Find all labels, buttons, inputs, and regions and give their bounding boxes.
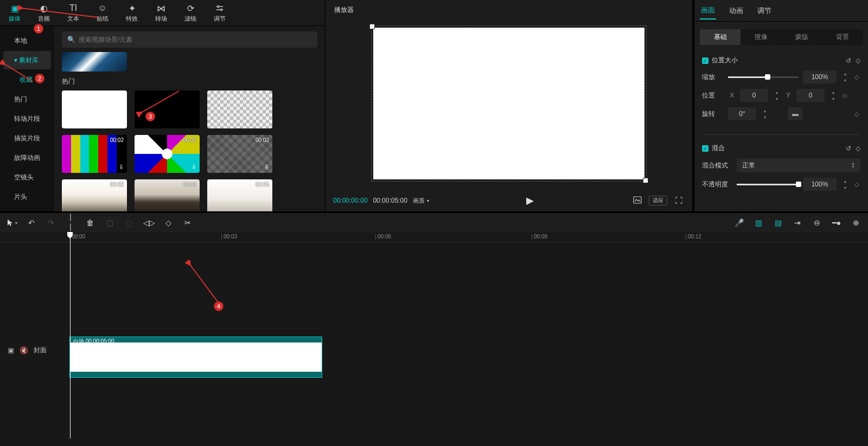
- sidebar-item-funnyclip[interactable]: 搞笑片段: [3, 129, 51, 147]
- fullscreen-icon[interactable]: ⛶: [673, 196, 685, 205]
- mute-icon[interactable]: 🔇: [20, 346, 28, 354]
- sidebar-item-library[interactable]: ▾ 素材库: [3, 51, 51, 69]
- sidebar-item-collect[interactable]: 收藏: [3, 70, 51, 89]
- subtab-basic[interactable]: 基础: [700, 29, 741, 45]
- pos-y-stepper[interactable]: ▲▼: [830, 89, 837, 102]
- rotate-tool-icon[interactable]: ◇: [163, 218, 174, 227]
- ruler-tick: 00:12: [688, 234, 701, 240]
- sidebar-item-hot[interactable]: 热门: [3, 90, 51, 108]
- thumb-testcard[interactable]: 00:02 ⇩: [135, 135, 200, 173]
- blendmode-value: 正常: [742, 161, 755, 170]
- tool-b-icon[interactable]: ◌: [124, 218, 135, 227]
- blendmode-select[interactable]: 正常 ▲▼: [737, 158, 860, 172]
- tab-text[interactable]: TI 文本: [59, 0, 88, 25]
- scale-slider[interactable]: [728, 76, 799, 78]
- pos-x-stepper[interactable]: ▲▼: [774, 89, 780, 102]
- download-icon[interactable]: ⇩: [264, 164, 269, 171]
- subtab-mask[interactable]: 蒙版: [781, 29, 822, 45]
- tab-adjust[interactable]: 调节: [205, 0, 234, 25]
- opacity-value[interactable]: 100%: [803, 178, 837, 191]
- tab-anim[interactable]: 动画: [728, 3, 744, 19]
- sidebar-item-glitch[interactable]: 故障动画: [3, 148, 51, 167]
- rotate-keyframe[interactable]: ◇: [853, 111, 860, 118]
- magnet-sub-icon[interactable]: ▤: [773, 218, 783, 227]
- rotate-value[interactable]: 0°: [728, 107, 756, 120]
- subtab-bg[interactable]: 背景: [822, 29, 863, 45]
- zoom-slider-icon[interactable]: ━●: [831, 218, 842, 227]
- tool-a-icon[interactable]: ▢: [104, 218, 115, 227]
- zoom-fit-icon[interactable]: ⊕: [851, 218, 861, 227]
- link-icon[interactable]: ⇥: [792, 218, 803, 227]
- search-box[interactable]: 🔍: [62, 31, 317, 48]
- thumb-sky3[interactable]: 00:05: [207, 179, 272, 211]
- blend-label: 混合: [712, 144, 725, 153]
- thumb-colorbars[interactable]: 00:02 ⇩: [62, 135, 127, 173]
- mirror-h-icon[interactable]: ◁▷: [143, 218, 154, 227]
- pos-x-value[interactable]: 0: [740, 89, 768, 102]
- cover-button[interactable]: 封面: [34, 346, 47, 355]
- pos-keyframe[interactable]: ◇: [841, 92, 848, 99]
- mic-icon[interactable]: 🎤: [733, 218, 744, 227]
- keyframe-diamond-icon[interactable]: ◇: [856, 57, 860, 64]
- flip-button[interactable]: ▬: [788, 107, 803, 120]
- checkbox-blend[interactable]: ✓: [702, 145, 709, 152]
- delete-button[interactable]: 🗑: [85, 218, 95, 227]
- tab-sticker[interactable]: ☺ 贴纸: [88, 0, 117, 25]
- redo-button[interactable]: ↷: [46, 218, 56, 227]
- zoom-out-icon[interactable]: ⊖: [812, 218, 822, 227]
- download-icon[interactable]: ⇩: [192, 164, 196, 171]
- effect-icon: ✦: [129, 3, 136, 14]
- divider: [702, 134, 860, 135]
- sidebar-item-opener[interactable]: 片头: [3, 188, 51, 206]
- crop-tool-icon[interactable]: ✂: [182, 218, 193, 227]
- tab-picture[interactable]: 画面: [700, 2, 716, 20]
- main-tabs: ▣ 媒体 ◐ 音频 TI 文本 ☺ 贴纸 ✦ 特效 ⋈ 转场: [0, 0, 325, 26]
- thumb-sky1[interactable]: 00:02: [62, 179, 127, 211]
- player-canvas[interactable]: [373, 28, 644, 179]
- sidebar-item-transclip[interactable]: 转场片段: [3, 109, 51, 128]
- tab-filter[interactable]: ⟳ 滤镜: [176, 0, 205, 25]
- download-icon[interactable]: ⇩: [119, 164, 124, 171]
- timeline-tracks[interactable]: 白场 00:00:05:00: [65, 242, 868, 446]
- opacity-stepper[interactable]: ▲▼: [842, 178, 848, 191]
- pos-y-value[interactable]: 0: [796, 89, 825, 102]
- search-input[interactable]: [79, 36, 312, 43]
- thumb-noise[interactable]: 00:02 ⇩: [207, 135, 272, 173]
- playhead[interactable]: [70, 232, 71, 438]
- magnet-main-icon[interactable]: ▥: [753, 218, 764, 227]
- timeline-ruler[interactable]: 00:00 00:03 00:06 00:09 00:12: [0, 232, 868, 242]
- opacity-keyframe[interactable]: ◇: [853, 181, 860, 188]
- tab-adjust-right[interactable]: 调节: [756, 3, 773, 19]
- lock-icon[interactable]: ▣: [8, 346, 14, 354]
- thumb-transparent[interactable]: [207, 91, 272, 128]
- timeline-clip[interactable]: 白场 00:00:05:00: [70, 337, 322, 377]
- opacity-slider[interactable]: [737, 184, 799, 185]
- scale-value[interactable]: 100%: [803, 70, 837, 83]
- tab-effect[interactable]: ✦ 特效: [117, 0, 146, 25]
- tab-media[interactable]: ▣ 媒体: [0, 0, 29, 25]
- cursor-tool[interactable]: ▾: [7, 219, 17, 227]
- scale-keyframe[interactable]: ◇: [853, 74, 860, 81]
- keyframe-diamond-icon[interactable]: ◇: [856, 145, 860, 152]
- fit-button[interactable]: 适应: [649, 196, 667, 205]
- quality-label: 画质: [413, 197, 425, 205]
- thumb-black[interactable]: [135, 91, 200, 128]
- checkbox-possize[interactable]: ✓: [702, 57, 709, 64]
- thumb-sky2[interactable]: 00:06: [135, 179, 200, 211]
- reset-icon[interactable]: ↺: [846, 57, 851, 64]
- sidebar-item-local[interactable]: 本地: [3, 31, 51, 50]
- undo-button[interactable]: ↶: [26, 218, 37, 227]
- promo-thumb[interactable]: [62, 52, 127, 72]
- quality-select[interactable]: 画质 ▾: [413, 197, 429, 205]
- reset-icon[interactable]: ↺: [846, 145, 851, 152]
- play-button[interactable]: ▶: [526, 195, 534, 206]
- tab-audio[interactable]: ◐ 音频: [29, 0, 59, 25]
- thumb-white[interactable]: [62, 91, 127, 128]
- tab-transition[interactable]: ⋈ 转场: [146, 0, 176, 25]
- sidebar-item-emptyshot[interactable]: 空镜头: [3, 168, 51, 186]
- subtab-cutout[interactable]: 抠像: [741, 29, 781, 45]
- rotate-stepper[interactable]: ▲▼: [762, 107, 768, 120]
- split-button[interactable]: 〡〡: [65, 213, 76, 232]
- snapshot-icon[interactable]: [631, 196, 643, 205]
- scale-stepper[interactable]: ▲▼: [842, 70, 848, 83]
